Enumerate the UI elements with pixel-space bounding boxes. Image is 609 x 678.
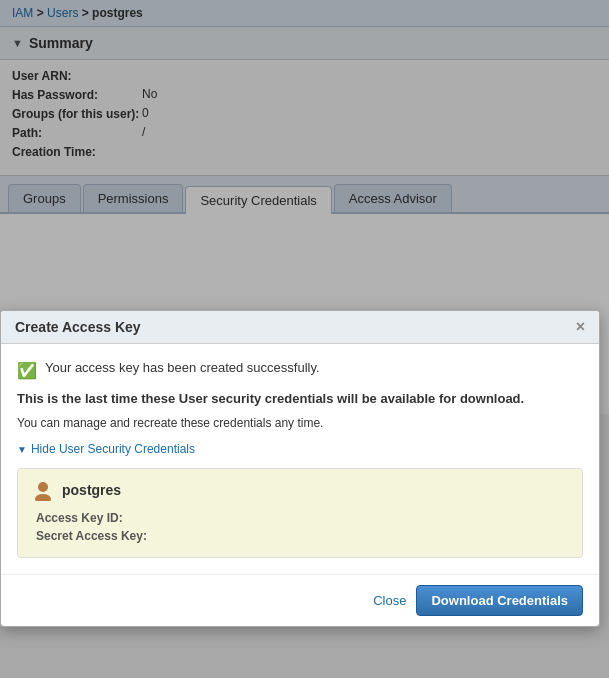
modal-header: Create Access Key × xyxy=(1,311,599,344)
warning-text: This is the last time these User securit… xyxy=(17,390,583,408)
create-access-key-modal: Create Access Key × ✅ Your access key ha… xyxy=(0,310,600,627)
modal-title: Create Access Key xyxy=(15,319,141,335)
cred-row-access-key: Access Key ID: xyxy=(32,511,568,525)
cred-label-secret-key: Secret Access Key: xyxy=(36,529,156,543)
modal-body: ✅ Your access key has been created succe… xyxy=(1,344,599,574)
cred-row-secret-key: Secret Access Key: xyxy=(32,529,568,543)
download-credentials-button[interactable]: Download Credentials xyxy=(416,585,583,616)
modal-close-button[interactable]: × xyxy=(576,319,585,335)
cred-username: postgres xyxy=(62,482,121,498)
success-icon: ✅ xyxy=(17,361,37,380)
hide-link-arrow: ▼ xyxy=(17,444,27,455)
svg-point-0 xyxy=(38,482,48,492)
hide-link-label: Hide User Security Credentials xyxy=(31,442,195,456)
hide-credentials-link[interactable]: ▼ Hide User Security Credentials xyxy=(17,442,583,456)
credentials-box: postgres Access Key ID: Secret Access Ke… xyxy=(17,468,583,558)
cred-user-header: postgres xyxy=(32,479,568,501)
success-text: Your access key has been created success… xyxy=(45,360,320,375)
modal-footer-close-button[interactable]: Close xyxy=(373,593,406,608)
cred-label-access-key: Access Key ID: xyxy=(36,511,156,525)
success-message: ✅ Your access key has been created succe… xyxy=(17,360,583,380)
svg-point-1 xyxy=(35,494,51,501)
modal-footer: Close Download Credentials xyxy=(1,574,599,626)
info-text: You can manage and recreate these creden… xyxy=(17,416,583,430)
user-avatar-icon xyxy=(32,479,54,501)
